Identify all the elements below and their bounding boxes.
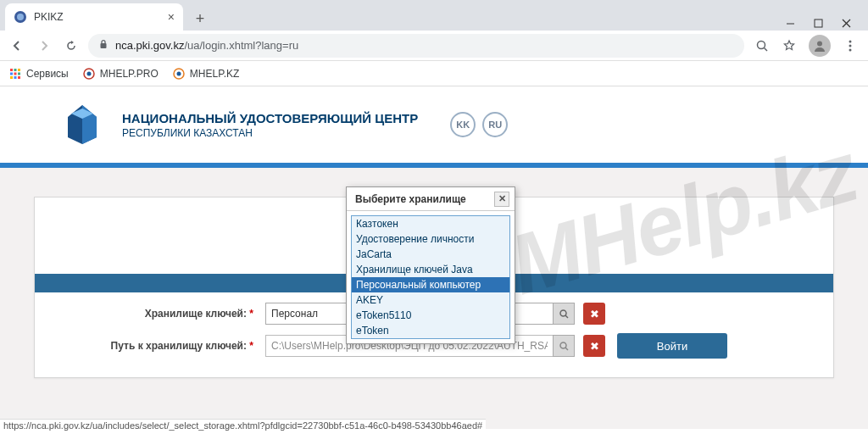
url-host: nca.pki.gov.kz xyxy=(115,39,184,52)
tab-favicon xyxy=(14,10,27,24)
dialog-item[interactable]: AKEY xyxy=(352,292,509,308)
storage-lookup-button[interactable] xyxy=(553,303,575,325)
star-icon[interactable] xyxy=(782,38,797,53)
svg-point-10 xyxy=(849,40,852,42)
svg-point-9 xyxy=(817,41,822,46)
site-logo xyxy=(59,102,105,147)
svg-point-23 xyxy=(86,71,91,75)
bookmark-label: MHELP.PRO xyxy=(100,68,159,80)
zoom-icon[interactable] xyxy=(754,38,770,53)
path-label: Путь к хранилищу ключей: * xyxy=(67,340,253,352)
window-minimize-icon[interactable] xyxy=(786,18,795,31)
dialog-item[interactable]: Персональный компьютер xyxy=(352,277,509,292)
profile-avatar[interactable] xyxy=(809,35,831,57)
svg-rect-16 xyxy=(10,72,13,75)
storage-select-dialog: Выберите хранилище ✕ КазтокенУдостоверен… xyxy=(346,186,515,344)
svg-point-25 xyxy=(176,71,181,75)
storage-label: Хранилище ключей: * xyxy=(67,308,253,320)
dialog-close-button[interactable]: ✕ xyxy=(494,192,509,207)
svg-point-1 xyxy=(17,14,24,20)
nav-back-button[interactable] xyxy=(7,36,27,56)
dialog-item[interactable]: eToken5110 xyxy=(352,308,509,323)
bookmark-mhelp-pro[interactable]: MHELP.PRO xyxy=(82,67,159,81)
site-title: НАЦИОНАЛЬНЫЙ УДОСТОВЕРЯЮЩИЙ ЦЕНТР xyxy=(122,111,418,125)
svg-rect-21 xyxy=(18,76,20,79)
svg-rect-18 xyxy=(18,72,20,75)
dialog-item[interactable]: Казтокен xyxy=(352,216,509,231)
svg-rect-17 xyxy=(14,72,17,75)
svg-point-11 xyxy=(849,44,852,47)
new-tab-button[interactable]: + xyxy=(188,7,212,31)
url-path: /ua/login.xhtml?lang=ru xyxy=(184,39,298,52)
lang-kk-button[interactable]: KK xyxy=(450,112,476,137)
svg-line-30 xyxy=(565,315,568,318)
svg-point-7 xyxy=(758,41,765,48)
lock-icon xyxy=(98,39,108,52)
browser-tab[interactable]: PKIKZ × xyxy=(5,3,183,31)
dialog-list[interactable]: КазтокенУдостоверение личностиJaCartaХра… xyxy=(351,215,510,339)
nav-forward-button[interactable] xyxy=(34,36,54,56)
svg-point-12 xyxy=(849,48,852,51)
menu-dots-icon[interactable] xyxy=(843,38,858,53)
mhelp-pro-icon xyxy=(82,67,96,81)
svg-rect-14 xyxy=(14,69,17,71)
svg-rect-19 xyxy=(10,76,13,79)
nav-reload-button[interactable] xyxy=(61,36,81,56)
storage-clear-button[interactable]: ✖ xyxy=(583,303,605,325)
svg-line-8 xyxy=(765,47,768,51)
svg-rect-3 xyxy=(815,19,822,27)
window-close-icon[interactable] xyxy=(842,18,851,31)
tab-close-icon[interactable]: × xyxy=(168,10,175,24)
bookmark-mhelp-kz[interactable]: MHELP.KZ xyxy=(172,67,239,81)
dialog-item[interactable]: eToken xyxy=(352,323,509,338)
svg-point-29 xyxy=(560,310,566,316)
bookmark-label: MHELP.KZ xyxy=(190,68,239,80)
apps-icon xyxy=(8,67,22,81)
login-button[interactable]: Войти xyxy=(617,333,727,359)
mhelp-kz-icon xyxy=(172,67,186,81)
svg-rect-13 xyxy=(10,69,13,71)
svg-rect-6 xyxy=(101,43,107,48)
dialog-item[interactable]: Удостоверение личности xyxy=(352,231,509,247)
address-bar[interactable]: nca.pki.gov.kz/ua/login.xhtml?lang=ru xyxy=(88,34,744,58)
dialog-title: Выберите хранилище xyxy=(355,193,466,205)
svg-rect-15 xyxy=(18,69,20,71)
bookmark-services[interactable]: Сервисы xyxy=(8,67,69,81)
path-clear-button[interactable]: ✖ xyxy=(583,335,605,357)
dialog-item[interactable]: JaCarta xyxy=(352,247,509,262)
site-subtitle: РЕСПУБЛИКИ КАЗАХСТАН xyxy=(122,127,418,139)
path-lookup-button[interactable] xyxy=(553,335,575,357)
status-bar: https://nca.pki.gov.kz/ua/includes/selec… xyxy=(0,419,486,434)
svg-line-32 xyxy=(565,348,568,350)
svg-rect-20 xyxy=(14,76,17,79)
svg-point-31 xyxy=(560,342,566,348)
lang-ru-button[interactable]: RU xyxy=(482,112,508,137)
dialog-item[interactable]: Хранилище ключей Java xyxy=(352,262,509,277)
bookmark-label: Сервисы xyxy=(26,68,69,80)
window-maximize-icon[interactable] xyxy=(814,18,823,31)
tab-title: PKIKZ xyxy=(34,11,64,23)
